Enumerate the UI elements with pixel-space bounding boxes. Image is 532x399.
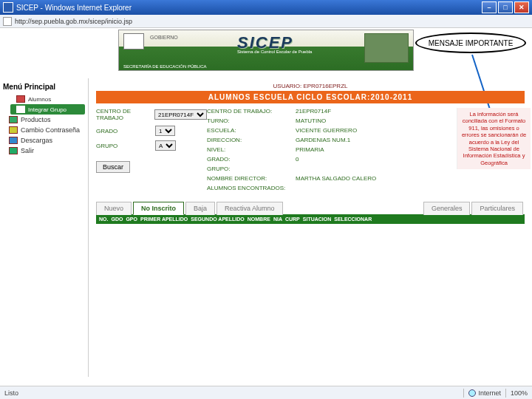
grid-col: CURP xyxy=(285,216,300,222)
sidebar-item-integrar-grupo[interactable]: Integrar Grupo xyxy=(10,104,85,115)
mensaje-importante-box: La información será conciliada con el Fo… xyxy=(457,108,531,169)
tab-no-inscrito[interactable]: No Inscrito xyxy=(133,202,184,215)
maximize-button[interactable]: □ xyxy=(498,1,513,13)
info-value: VICENTE GUERRERO xyxy=(296,127,357,134)
close-button[interactable]: ✕ xyxy=(514,1,529,13)
info-label: NIVEL: xyxy=(207,146,296,153)
grid-col: NOMBRE xyxy=(248,216,270,222)
status-left: Listo xyxy=(4,389,18,397)
sidebar: Menú Principal Alumnos Integrar Grupo Pr… xyxy=(0,78,89,377)
window-title: SICEP - Windows Internet Explorer xyxy=(16,4,480,12)
banner-area: GOBIERNO SICEP Sistema de Control Escola… xyxy=(0,28,532,78)
window-titlebar: SICEP - Windows Internet Explorer – □ ✕ xyxy=(0,0,532,15)
grid-col: SEGUNDO APELLIDO xyxy=(191,216,244,222)
section-title: ALUMNOS ESCUELA CICLO ESCOLAR:2010-2011 xyxy=(96,91,525,103)
grado-select[interactable]: 1 xyxy=(155,126,175,136)
banner-people-image xyxy=(364,33,409,63)
sidebar-item-alumnos[interactable]: Alumnos xyxy=(10,94,85,104)
buscar-button[interactable]: Buscar xyxy=(96,161,130,173)
mensaje-callout: MENSAJE IMPORTANTE xyxy=(415,33,526,53)
puebla-logo xyxy=(123,33,144,50)
sidebar-item-label: Cambio Contraseña xyxy=(21,126,80,134)
mensaje-callout-label: MENSAJE IMPORTANTE xyxy=(429,39,514,47)
usuario-value: EPR0716EPRZL xyxy=(303,83,347,89)
status-zone: Internet xyxy=(478,389,501,397)
address-bar: http://sep.puebla.gob.mx/sicep/inicio.js… xyxy=(0,15,532,28)
group-icon xyxy=(16,106,25,113)
grid-col: SITUACION xyxy=(303,216,332,222)
grupo-select[interactable]: A xyxy=(155,140,176,151)
grid-col: GDO xyxy=(111,216,123,222)
globe-icon xyxy=(468,389,476,397)
grid-col: SELECCIONAR xyxy=(334,216,372,222)
info-value: 21EPR0714F xyxy=(296,108,331,115)
status-bar: Listo Internet 100% xyxy=(0,386,532,399)
sidebar-item-cambio-contrasena[interactable]: Cambio Contraseña xyxy=(3,125,85,135)
people-icon xyxy=(16,95,25,103)
tab-generales[interactable]: Generales xyxy=(423,202,471,215)
main-layout: Menú Principal Alumnos Integrar Grupo Pr… xyxy=(0,78,532,377)
grid-col: NIA xyxy=(273,216,282,222)
sidebar-item-label: Integrar Grupo xyxy=(28,106,66,113)
info-label: ALUMNOS ENCONTRADOS: xyxy=(207,185,296,191)
info-label: GRUPO: xyxy=(207,166,296,172)
sidebar-item-productos[interactable]: Productos xyxy=(3,115,85,125)
sidebar-item-salir[interactable]: Salir xyxy=(3,146,85,156)
info-value: MATUTINO xyxy=(296,117,326,124)
info-label: CENTRO DE TRABAJO: xyxy=(207,108,296,115)
grid-col: GPO xyxy=(126,216,137,222)
download-icon xyxy=(9,137,18,144)
sidebar-item-label: Alumnos xyxy=(28,96,51,103)
tab-nuevo[interactable]: Nuevo xyxy=(96,202,132,215)
gobierno-text: GOBIERNO xyxy=(150,35,178,40)
info-label: NOMBRE DIRECTOR: xyxy=(207,175,296,182)
usuario-label: USUARIO: xyxy=(273,83,302,89)
filter-panel: CENTRO DE TRABAJO 21EPR0714F GRADO 1 GRU… xyxy=(96,108,207,194)
centro-select[interactable]: 21EPR0714F xyxy=(154,109,207,120)
tab-baja[interactable]: Baja xyxy=(185,202,215,215)
info-label: ESCUELA: xyxy=(207,127,296,134)
tab-reactiva-alumno[interactable]: Reactiva Alumno xyxy=(216,202,283,215)
exit-icon xyxy=(9,147,18,154)
sidebar-item-label: Productos xyxy=(21,116,51,123)
info-value: 0 xyxy=(296,156,299,163)
tab-particulares[interactable]: Particulares xyxy=(471,202,523,215)
ie-icon xyxy=(3,2,13,13)
grid-col: PRIMER APELLIDO xyxy=(140,216,188,222)
sidebar-item-label: Salir xyxy=(21,147,34,154)
sidebar-item-label: Descargas xyxy=(21,137,52,144)
tabs-row: Nuevo No Inscrito Baja Reactiva Alumno G… xyxy=(96,202,525,215)
sidebar-title: Menú Principal xyxy=(3,83,85,91)
grupo-label: GRUPO xyxy=(96,143,155,149)
minimize-button[interactable]: – xyxy=(482,1,497,13)
banner: GOBIERNO SICEP Sistema de Control Escola… xyxy=(118,30,414,71)
key-icon xyxy=(9,126,18,134)
info-label: DIRECCION: xyxy=(207,137,296,143)
url-text[interactable]: http://sep.puebla.gob.mx/sicep/inicio.js… xyxy=(15,18,132,25)
products-icon xyxy=(9,116,18,123)
centro-label: CENTRO DE TRABAJO xyxy=(96,108,154,121)
content-area: USUARIO: EPR0716EPRZL ALUMNOS ESCUELA CI… xyxy=(89,78,532,377)
page-icon xyxy=(3,17,12,26)
info-value: GARDENIAS NUM.1 xyxy=(296,137,350,143)
sicep-subtitle: Sistema de Control Escolar de Puebla xyxy=(237,50,312,54)
sidebar-item-descargas[interactable]: Descargas xyxy=(3,135,85,146)
usuario-line: USUARIO: EPR0716EPRZL xyxy=(96,83,525,89)
grid-header: NO. GDO GPO PRIMER APELLIDO SEGUNDO APEL… xyxy=(96,214,525,224)
status-zoom: 100% xyxy=(511,389,528,397)
grado-label: GRADO xyxy=(96,128,155,134)
info-value: PRIMARIA xyxy=(296,146,324,153)
info-value: MARTHA SALGADO CALERO xyxy=(296,175,376,182)
grid-col: NO. xyxy=(99,216,108,222)
info-label: GRADO: xyxy=(207,156,296,163)
info-label: TURNO: xyxy=(207,117,296,124)
sep-text: SECRETARÍA DE EDUCACIÓN PÚBLICA xyxy=(123,64,207,69)
